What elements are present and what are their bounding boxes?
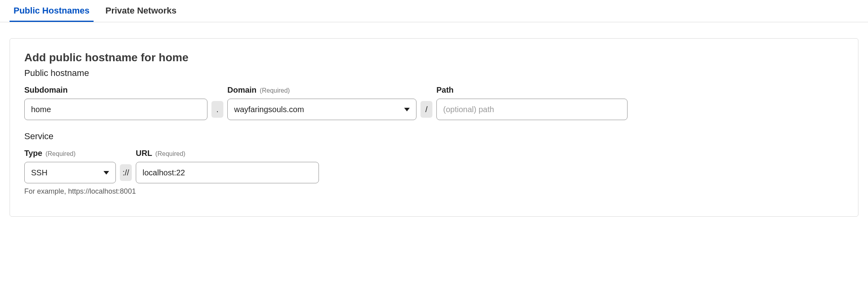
type-label-text: Type bbox=[24, 149, 42, 158]
type-label: Type (Required) bbox=[24, 149, 116, 158]
public-hostname-section-label: Public hostname bbox=[24, 68, 844, 78]
domain-select[interactable]: wayfaringsouls.com bbox=[227, 99, 416, 120]
slash-separator: / bbox=[420, 101, 432, 118]
path-label: Path bbox=[436, 85, 628, 95]
tab-private-networks[interactable]: Private Networks bbox=[102, 0, 181, 22]
domain-field: Domain (Required) wayfaringsouls.com bbox=[227, 85, 416, 120]
tab-public-hostnames[interactable]: Public Hostnames bbox=[10, 0, 94, 22]
url-field: URL (Required) bbox=[136, 149, 319, 183]
scheme-separator: :// bbox=[120, 164, 132, 181]
chevron-down-icon bbox=[104, 171, 109, 175]
chevron-down-icon bbox=[404, 108, 410, 111]
subdomain-field: Subdomain bbox=[24, 85, 207, 120]
add-hostname-panel: Add public hostname for home Public host… bbox=[10, 38, 858, 217]
domain-label: Domain (Required) bbox=[227, 85, 416, 95]
subdomain-label: Subdomain bbox=[24, 85, 207, 95]
service-section-label: Service bbox=[24, 131, 844, 142]
tab-bar: Public Hostnames Private Networks bbox=[0, 0, 868, 22]
service-row: Type (Required) SSH :// URL (Required) bbox=[24, 149, 844, 183]
hostname-row: Subdomain . Domain (Required) wayfarings… bbox=[24, 85, 844, 120]
path-field: Path bbox=[436, 85, 628, 120]
domain-select-value: wayfaringsouls.com bbox=[234, 105, 304, 114]
service-hint: For example, https://localhost:8001 bbox=[24, 187, 844, 196]
url-input[interactable] bbox=[136, 162, 319, 183]
type-select-value: SSH bbox=[31, 168, 47, 177]
panel-title: Add public hostname for home bbox=[24, 51, 844, 64]
domain-required-hint: (Required) bbox=[260, 87, 290, 94]
domain-label-text: Domain bbox=[227, 85, 256, 95]
type-required-hint: (Required) bbox=[45, 150, 76, 157]
type-select[interactable]: SSH bbox=[24, 162, 116, 183]
type-field: Type (Required) SSH bbox=[24, 149, 116, 183]
url-required-hint: (Required) bbox=[155, 150, 186, 157]
url-label-text: URL bbox=[136, 149, 152, 158]
path-input[interactable] bbox=[436, 99, 628, 120]
subdomain-input[interactable] bbox=[24, 99, 207, 120]
dot-separator: . bbox=[211, 101, 223, 118]
url-label: URL (Required) bbox=[136, 149, 319, 158]
